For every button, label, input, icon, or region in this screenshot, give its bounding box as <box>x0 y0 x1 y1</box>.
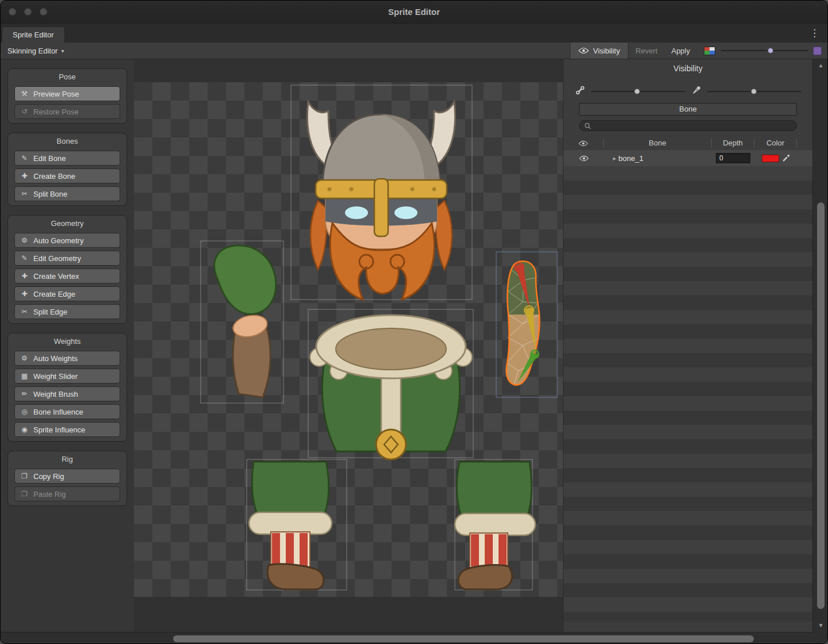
create-edge-icon: ✚ <box>20 290 29 298</box>
eye-icon <box>578 47 589 54</box>
bone-list-empty-rows <box>564 166 812 622</box>
head-sprite[interactable] <box>307 102 455 300</box>
chevron-down-icon: ▾ <box>61 48 64 54</box>
copy-rig-button[interactable]: ❐ Copy Rig <box>14 469 120 484</box>
weight-slider-icon: ▦ <box>20 372 29 380</box>
vertical-scrollbar[interactable]: ▲ ▼ <box>812 59 828 632</box>
create-vertex-button[interactable]: ✚ Create Vertex <box>14 269 120 283</box>
left-eye <box>345 206 368 219</box>
depth-input[interactable] <box>716 153 750 163</box>
bone-influence-button[interactable]: ◎ Bone Influence <box>14 404 120 419</box>
bone-table-row[interactable]: ▸ bone_1 <box>564 150 812 166</box>
right-leg-sprite[interactable] <box>455 462 535 589</box>
sprite-influence-icon: ◉ <box>20 425 29 434</box>
scroll-down-arrow[interactable]: ▼ <box>813 620 828 631</box>
boot <box>458 565 512 589</box>
tab-strip: Sprite Editor ⋮ <box>1 24 827 43</box>
bone-table-header: Bone Depth Color <box>564 136 812 150</box>
edit-bone-button[interactable]: ✎ Edit Bone <box>14 151 120 166</box>
auto-weights-icon: ⚙ <box>20 354 29 362</box>
split-edge-button[interactable]: ✂ Split Edge <box>14 304 120 319</box>
horizontal-scroll-thumb[interactable] <box>173 635 754 642</box>
gold-buckle <box>376 430 406 459</box>
revert-button[interactable]: Revert <box>628 43 664 59</box>
visibility-toggle-button[interactable]: Visibility <box>570 43 628 59</box>
button-label: Split Bone <box>33 190 67 198</box>
group-title: Weights <box>8 334 126 348</box>
edit-geometry-button[interactable]: ✎ Edit Geometry <box>14 251 120 266</box>
create-bone-icon: ✚ <box>20 172 29 180</box>
group-title: Pose <box>8 69 126 83</box>
auto-weights-button[interactable]: ⚙ Auto Weights <box>14 351 120 366</box>
toolbar: Skinning Editor ▾ Visibility Revert Appl… <box>1 43 827 59</box>
visibility-panel: Visibility Bone <box>563 59 812 632</box>
overlay-color-chip[interactable] <box>813 47 822 55</box>
sprite-opacity-slider[interactable] <box>721 47 808 55</box>
sprite-sheet-color-icon[interactable] <box>704 47 715 55</box>
sprite-editor-window: Sprite Editor Sprite Editor ⋮ Skinning E… <box>0 0 828 644</box>
button-label: Create Vertex <box>33 272 79 281</box>
vertical-scroll-thumb[interactable] <box>817 202 825 609</box>
stripe <box>272 533 280 566</box>
button-label: Preview Pose <box>33 90 79 98</box>
more-options-icon[interactable]: ⋮ <box>810 27 819 39</box>
header-visibility-column <box>564 139 604 148</box>
weight-slider-button[interactable]: ▦ Weight Slider <box>14 369 120 384</box>
apply-button[interactable]: Apply <box>664 43 697 59</box>
bone-green-joint[interactable] <box>531 350 539 358</box>
bone-color-swatch[interactable] <box>762 155 779 162</box>
create-bone-button[interactable]: ✚ Create Bone <box>14 168 120 183</box>
expander-icon[interactable]: ▸ <box>613 155 616 162</box>
visibility-sliders <box>575 85 801 98</box>
split-edge-icon: ✂ <box>20 308 29 316</box>
bone-red-joint[interactable] <box>515 263 524 272</box>
bone-yellow-joint[interactable] <box>524 306 534 315</box>
row-visibility-cell[interactable] <box>564 155 604 162</box>
slider-thumb[interactable] <box>634 89 640 94</box>
mesh-opacity-slider[interactable] <box>707 87 802 95</box>
group-title: Geometry <box>8 216 126 230</box>
restore-pose-button[interactable]: ↺ Restore Pose <box>14 104 120 119</box>
scroll-up-arrow[interactable]: ▲ <box>813 60 828 71</box>
bone-search-field[interactable] <box>579 120 797 131</box>
button-label: Copy Rig <box>33 472 64 481</box>
editor-mode-dropdown[interactable]: Skinning Editor ▾ <box>1 43 71 59</box>
create-edge-button[interactable]: ✚ Create Edge <box>14 286 120 301</box>
horizontal-scrollbar[interactable] <box>1 632 812 644</box>
mitten <box>214 246 276 314</box>
slider-thumb[interactable] <box>751 89 757 94</box>
bone-tab-button[interactable]: Bone <box>579 103 797 116</box>
eyedropper-icon[interactable] <box>782 154 790 162</box>
preview-pose-icon: ⚒ <box>20 90 29 98</box>
torso-sprite[interactable] <box>310 315 472 459</box>
sprite-influence-button[interactable]: ◉ Sprite Influence <box>14 422 120 437</box>
rivet <box>328 187 332 191</box>
header-bone[interactable]: Bone <box>604 139 712 148</box>
slider-thumb[interactable] <box>768 48 773 53</box>
header-color[interactable]: Color <box>754 139 797 148</box>
copy-rig-icon: ❐ <box>20 472 29 480</box>
eye-icon[interactable] <box>579 155 589 162</box>
selected-arm-sprite[interactable] <box>507 261 540 385</box>
split-bone-button[interactable]: ✂ Split Bone <box>14 186 120 201</box>
bone-opacity-icon <box>575 85 585 98</box>
group-title: Rig <box>8 451 126 466</box>
header-depth[interactable]: Depth <box>712 139 754 148</box>
bone-influence-icon: ◎ <box>20 408 29 416</box>
restore-pose-icon: ↺ <box>20 108 29 116</box>
bone-opacity-slider[interactable] <box>591 87 685 95</box>
tab-sprite-editor[interactable]: Sprite Editor <box>2 26 65 43</box>
row-bone-cell[interactable]: ▸ bone_1 <box>604 154 712 163</box>
paste-rig-icon: ❐ <box>20 490 29 498</box>
edit-bone-icon: ✎ <box>20 154 29 162</box>
preview-pose-button[interactable]: ⚒ Preview Pose <box>14 86 120 101</box>
weight-brush-button[interactable]: ✏ Weight Brush <box>14 386 120 401</box>
search-input[interactable] <box>594 121 792 131</box>
button-label: Auto Geometry <box>33 236 83 245</box>
mitten-arm-sprite[interactable] <box>214 246 276 397</box>
auto-geometry-button[interactable]: ⚙ Auto Geometry <box>14 233 120 248</box>
paste-rig-button[interactable]: ❐ Paste Rig <box>14 486 120 501</box>
left-leg-sprite[interactable] <box>249 462 332 589</box>
sprite-canvas[interactable] <box>134 82 563 597</box>
stripe <box>471 534 479 566</box>
